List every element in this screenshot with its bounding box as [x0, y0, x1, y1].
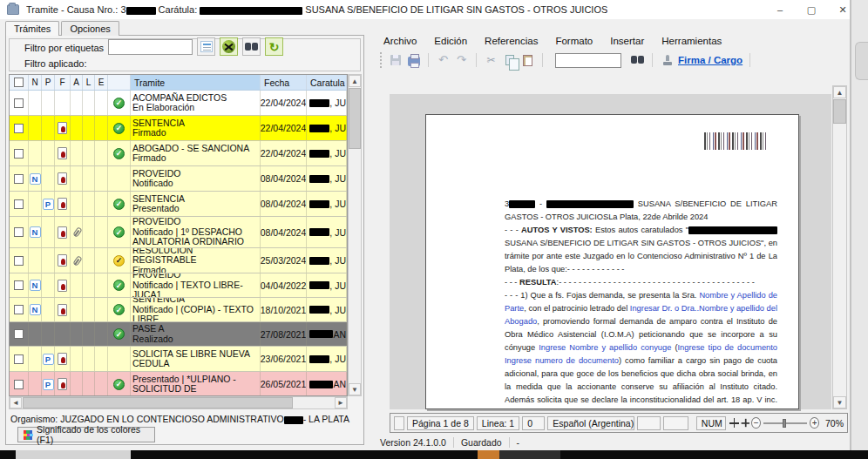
row-checkbox[interactable]: [10, 273, 29, 297]
col-header-fecha[interactable]: Fecha: [261, 75, 307, 90]
row-checkbox[interactable]: [10, 298, 29, 321]
editor-search-input[interactable]: [555, 53, 621, 68]
scroll-down-icon[interactable]: ▼: [833, 396, 846, 408]
table-row[interactable]: ✓SENTENCIAFirmado22/04/2024, JU: [10, 116, 347, 141]
select-all-header[interactable]: [10, 75, 29, 90]
taskbar-segment: [499, 450, 560, 459]
left-tabs: Trámites Opciones: [5, 21, 119, 36]
doc-vscroll-thumb[interactable]: [833, 99, 846, 124]
status-spacer: [394, 416, 404, 430]
search-button[interactable]: [242, 37, 261, 56]
stamp-button[interactable]: [660, 53, 675, 67]
tramite-cell: ACOMPAÑA EDICTOSEn Elaboración: [131, 91, 261, 115]
text-segment: SUSANA S/BENEFICIO DE LITIGAR SIN GASTOS…: [505, 239, 777, 247]
tab-tramites[interactable]: Trámites: [5, 21, 59, 36]
col-header-caratula[interactable]: Caratula: [307, 75, 347, 90]
table-row[interactable]: N✓PROVEIDONotificado | 1º DESPACHO ANULA…: [10, 217, 347, 248]
row-checkbox[interactable]: [10, 347, 29, 371]
table-row[interactable]: ✓RESOLUCION REGISTRABLEFirmado25/03/2024…: [10, 248, 347, 273]
table-row[interactable]: ✓ACOMPAÑA EDICTOSEn Elaboración22/04/202…: [10, 91, 347, 116]
paste-button[interactable]: [520, 53, 535, 67]
tramite-cell: ABOGADO - SE SANCIONAFirmado: [131, 141, 261, 165]
row-checkbox[interactable]: [10, 372, 29, 396]
scroll-right-icon[interactable]: ►: [335, 397, 347, 408]
print-button[interactable]: [406, 53, 421, 67]
col-header-n[interactable]: N: [29, 75, 42, 90]
copy-button[interactable]: [502, 53, 517, 67]
document-vscrollbar[interactable]: ▲ ▼: [832, 85, 847, 409]
zoom-slider-thumb[interactable]: [783, 419, 786, 428]
redaction-box: [309, 228, 329, 236]
row-checkbox[interactable]: [10, 166, 29, 191]
row-checkbox[interactable]: [10, 141, 29, 165]
tab-opciones[interactable]: Opciones: [61, 21, 119, 36]
caratula-cell: AN: [307, 372, 347, 396]
scroll-up-icon[interactable]: ▲: [833, 86, 846, 98]
maximize-button[interactable]: ▢: [805, 4, 817, 16]
caratula-suffix: , JU: [329, 123, 346, 133]
table-row[interactable]: N✓PROVEIDONotificado | TEXTO LIBRE-JUCA1…: [10, 273, 347, 298]
clear-filter-button[interactable]: [220, 37, 238, 56]
tramite-status: Firmado: [132, 266, 166, 273]
row-checkbox[interactable]: [10, 116, 29, 140]
row-checkbox[interactable]: [10, 91, 29, 115]
menu-archivo[interactable]: Archivo: [375, 35, 425, 49]
signed-document-icon: [58, 122, 67, 134]
table-row[interactable]: ✓PASE ARealizado27/08/2021 AN: [10, 322, 347, 347]
col-header-f[interactable]: F: [55, 75, 71, 90]
table-row[interactable]: ✓ABOGADO - SE SANCIONAFirmado22/04/2024,…: [10, 141, 347, 166]
table-row[interactable]: N✓SENTENCIANotificado | (COPIA) - TEXTO …: [10, 298, 347, 322]
close-button[interactable]: ✕: [837, 4, 849, 16]
menu-herramientas[interactable]: Herramientas: [653, 35, 730, 49]
row-checkbox[interactable]: [10, 217, 29, 247]
filter-input[interactable]: [108, 39, 193, 55]
tramite-cell: SOLICITA SE LIBRE NUEVA CEDULA: [131, 347, 261, 371]
undo-button[interactable]: ↶: [436, 53, 451, 67]
pan-icon[interactable]: [729, 417, 737, 429]
redo-button[interactable]: ↷: [454, 53, 469, 67]
table-vscrollbar[interactable]: ▲ ▼: [348, 74, 362, 396]
tramite-cell: SENTENCIAPresentado: [131, 192, 261, 216]
scroll-up-icon[interactable]: ▲: [349, 75, 361, 87]
document-viewport: 3 - SUSANA S/BENEFICIO DE LITIGAR SINGAS…: [390, 94, 831, 409]
color-legend-button[interactable]: Significado de los colores (F1): [17, 427, 155, 442]
zoom-slider[interactable]: [763, 422, 807, 424]
row-checkbox[interactable]: [10, 322, 29, 346]
col-header-tramite[interactable]: Tramite: [131, 75, 261, 90]
menu-referencias[interactable]: Referencias: [476, 35, 546, 49]
menu-formato[interactable]: Formato: [546, 35, 601, 49]
table-row[interactable]: P✓SENTENCIAPresentado08/04/2024, JU: [10, 192, 347, 217]
filter-list-button[interactable]: [197, 37, 215, 56]
save-button[interactable]: [388, 53, 403, 67]
table-hscroll-thumb[interactable]: [23, 397, 293, 408]
find-button[interactable]: [630, 53, 645, 67]
refresh-button[interactable]: ↻: [265, 37, 283, 56]
table-row[interactable]: PSOLICITA SE LIBRE NUEVA CEDULA23/06/202…: [10, 347, 347, 372]
minimize-button[interactable]: –: [774, 4, 786, 15]
scroll-left-icon[interactable]: ◄: [10, 397, 22, 408]
caratula-cell: , JU: [307, 192, 347, 216]
table-row[interactable]: NPROVEIDONotificado08/04/2024, JU: [10, 166, 347, 192]
firma-cargo-link[interactable]: Firma / Cargo: [678, 55, 743, 65]
fit-page-icon[interactable]: [741, 418, 749, 428]
row-checkbox[interactable]: [10, 192, 29, 216]
col-header-state[interactable]: [108, 75, 131, 90]
row-checkbox[interactable]: [10, 248, 29, 273]
status-check-icon: ✓: [113, 328, 125, 340]
col-header-p[interactable]: P: [42, 75, 55, 90]
table-vscroll-thumb[interactable]: [349, 88, 361, 149]
document-page[interactable]: 3 - SUSANA S/BENEFICIO DE LITIGAR SINGAS…: [425, 114, 799, 409]
table-hscrollbar[interactable]: ◄ ►: [9, 396, 348, 409]
menu-edicion[interactable]: Edición: [425, 35, 476, 49]
text-segment: adicional, para que goce de los benefici…: [505, 369, 777, 378]
scroll-down-icon[interactable]: ▼: [349, 383, 361, 395]
taskbar-segment: [16, 450, 131, 459]
col-header-a[interactable]: A: [71, 75, 83, 90]
zoom-in-button[interactable]: +: [810, 417, 819, 429]
col-header-l[interactable]: L: [83, 75, 95, 90]
menu-insertar[interactable]: Insertar: [601, 35, 653, 49]
col-header-e[interactable]: E: [95, 75, 108, 90]
table-row[interactable]: P✓OFICIO APresentado | *ULPIANO - SOLICI…: [10, 372, 347, 396]
zoom-out-button[interactable]: −: [751, 417, 761, 429]
cut-button[interactable]: ✂: [484, 53, 498, 67]
